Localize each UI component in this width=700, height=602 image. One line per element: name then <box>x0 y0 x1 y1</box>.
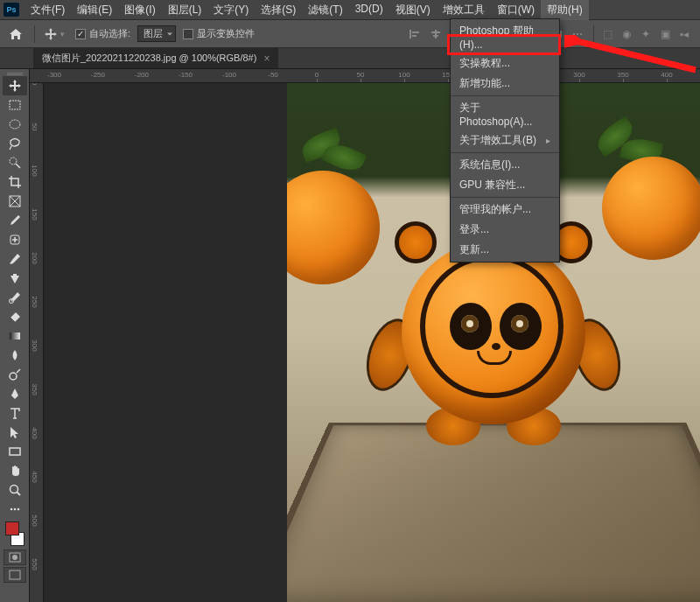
svg-rect-27 <box>10 332 20 340</box>
help-menu-item[interactable]: 登录... <box>451 220 559 240</box>
menu-帮助[interactable]: 帮助(H) <box>541 0 589 20</box>
eyedropper-tool[interactable] <box>3 211 27 230</box>
toolbox <box>0 69 30 602</box>
show-transform-control[interactable]: 显示变换控件 <box>179 27 258 40</box>
toolbox-grip[interactable] <box>4 71 25 75</box>
mask-icon[interactable]: ▣ <box>658 27 672 41</box>
help-menu-item[interactable]: GPU 兼容性... <box>451 175 559 195</box>
svg-rect-20 <box>560 31 562 38</box>
svg-rect-21 <box>10 101 20 109</box>
transform-icon[interactable]: ⬚ <box>600 27 614 41</box>
help-menu-item[interactable]: 系统信息(I)... <box>451 155 559 175</box>
close-tab-button[interactable]: × <box>263 52 270 65</box>
document-tab-title: 微信图片_20220211220238.jpg @ 100%(RGB/8#) <box>42 52 256 65</box>
svg-point-22 <box>10 120 20 129</box>
layer-mode-dropdown[interactable]: 图层 <box>137 25 176 42</box>
menu-文件[interactable]: 文件(F) <box>24 0 71 20</box>
move-tool[interactable] <box>3 76 27 95</box>
help-menu-item[interactable]: 管理我的帐户... <box>451 200 559 220</box>
menu-文字[interactable]: 文字(Y) <box>207 0 255 20</box>
rectangle-tool[interactable] <box>3 442 27 461</box>
svg-point-33 <box>17 508 19 511</box>
canvas-area[interactable] <box>44 83 700 602</box>
svg-point-32 <box>13 508 16 511</box>
align-left-button[interactable] <box>405 24 424 44</box>
document-tab-bar: 微信图片_20220211220238.jpg @ 100%(RGB/8#) × <box>0 48 700 69</box>
help-menu-item[interactable]: 新增功能... <box>451 74 559 94</box>
svg-rect-2 <box>412 35 416 37</box>
zoom-tool[interactable] <box>3 480 27 500</box>
help-menu-item[interactable]: 更新... <box>451 240 559 260</box>
ruler-tick: 500 <box>31 514 38 526</box>
auto-select-checkbox[interactable] <box>75 29 86 39</box>
clone-tool[interactable] <box>3 269 27 288</box>
home-button[interactable] <box>4 24 28 45</box>
ruler-tick: 0 <box>31 83 38 85</box>
marquee-ellipse-tool[interactable] <box>3 115 27 134</box>
horizontal-ruler[interactable]: 050100150200250300350400450-300-250-200-… <box>30 69 700 83</box>
svg-rect-29 <box>10 448 20 455</box>
pen-tool[interactable] <box>3 384 27 403</box>
gradient-tool[interactable] <box>3 326 27 346</box>
help-menu-item[interactable]: Photoshop 帮助(H)... <box>451 21 559 53</box>
marquee-rect-tool[interactable] <box>3 95 27 115</box>
menu-3d[interactable]: 3D(D) <box>349 0 389 20</box>
edit-toolbar-tool[interactable] <box>3 500 27 519</box>
move-tool-indicator: ▾ <box>41 28 68 40</box>
svg-rect-0 <box>410 30 411 38</box>
menu-separator <box>451 152 559 153</box>
path-select-tool[interactable] <box>3 423 27 442</box>
screen-mode-button[interactable] <box>4 567 26 583</box>
puppet-icon[interactable]: ✦ <box>639 27 653 41</box>
dodge-tool[interactable] <box>3 365 27 384</box>
document-tab[interactable]: 微信图片_20220211220238.jpg @ 100%(RGB/8#) × <box>33 48 278 68</box>
auto-select-control[interactable]: 自动选择: <box>72 27 134 40</box>
history-brush-tool[interactable] <box>3 288 27 307</box>
camera-icon[interactable]: ▪◂ <box>677 27 691 41</box>
menu-视图[interactable]: 视图(V) <box>389 0 437 20</box>
crop-tool[interactable] <box>3 172 27 192</box>
menu-增效工具[interactable]: 增效工具 <box>437 0 491 20</box>
ruler-tick: 100 <box>31 164 38 176</box>
type-tool[interactable] <box>3 403 27 423</box>
blur-tool[interactable] <box>3 346 27 365</box>
menu-选择[interactable]: 选择(S) <box>255 0 302 20</box>
quick-select-tool[interactable] <box>3 153 27 172</box>
lasso-tool[interactable] <box>3 134 27 153</box>
app-logo: Ps <box>4 3 19 17</box>
color-swatches[interactable] <box>3 522 27 546</box>
brush-tool[interactable] <box>3 249 27 269</box>
ruler-tick: 50 <box>357 71 365 79</box>
ruler-tick: 150 <box>31 208 38 220</box>
ruler-tick: 400 <box>661 71 672 79</box>
show-transform-checkbox[interactable] <box>183 29 193 39</box>
svg-point-28 <box>10 373 17 380</box>
healing-tool[interactable] <box>3 230 27 249</box>
svg-rect-1 <box>412 32 419 33</box>
help-menu-item[interactable]: 实操教程... <box>451 53 559 74</box>
align-hcenter-button[interactable] <box>426 24 445 44</box>
menu-separator <box>451 95 559 96</box>
menu-窗口[interactable]: 窗口(W) <box>491 0 541 20</box>
show-transform-label: 显示变换控件 <box>197 27 255 40</box>
foreground-color-swatch[interactable] <box>5 522 19 536</box>
quick-mask-button[interactable] <box>4 550 26 565</box>
menu-编辑[interactable]: 编辑(E) <box>71 0 118 20</box>
menu-图像[interactable]: 图像(I) <box>118 0 161 20</box>
menu-bar: Ps 文件(F)编辑(E)图像(I)图层(L)文字(Y)选择(S)滤镜(T)3D… <box>0 0 700 19</box>
help-dropdown-menu: Photoshop 帮助(H)...实操教程...新增功能...关于 Photo… <box>450 18 560 262</box>
3d-mode-icon[interactable]: ◉ <box>620 27 634 41</box>
hand-tool[interactable] <box>3 461 27 480</box>
menu-图层[interactable]: 图层(L) <box>162 0 208 20</box>
ruler-tick: 100 <box>398 71 410 79</box>
svg-rect-36 <box>10 570 20 579</box>
frame-tool[interactable] <box>3 192 27 211</box>
more-options-button[interactable]: ⋯ <box>568 24 587 44</box>
svg-point-35 <box>12 555 18 560</box>
svg-point-30 <box>10 486 18 494</box>
help-menu-item[interactable]: 关于 Photoshop(A)... <box>451 98 559 130</box>
menu-滤镜[interactable]: 滤镜(T) <box>302 0 348 20</box>
vertical-ruler[interactable]: 050100150200250300350400450500550 <box>30 83 44 602</box>
help-menu-item[interactable]: 关于增效工具(B) <box>451 130 559 150</box>
eraser-tool[interactable] <box>3 307 27 326</box>
